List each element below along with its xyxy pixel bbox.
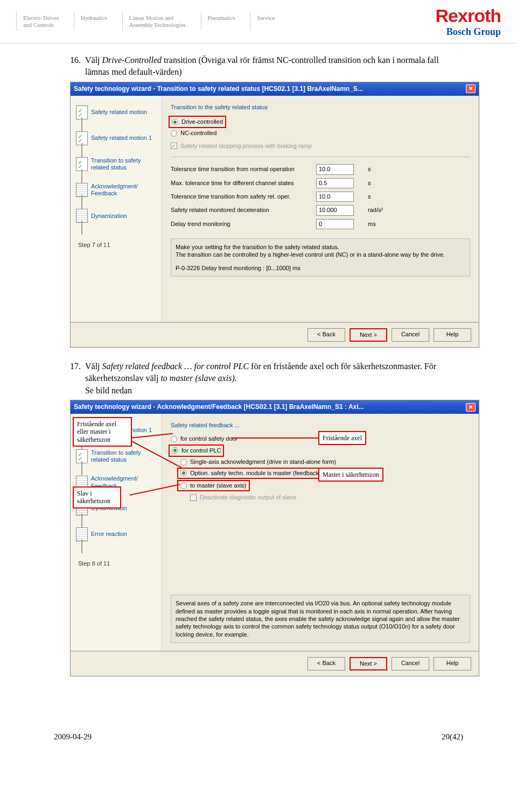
close-icon[interactable]: ✕ [466, 84, 476, 93]
callout-slav: Slav i säkerhetszon [73, 486, 121, 509]
radio-icon [180, 483, 187, 489]
wizard-step[interactable]: Acknowledgment/ Feedback [74, 179, 158, 204]
callout-fristaende-master: Fristående axel eller master i säkerhets… [73, 417, 132, 447]
param-unit: s [354, 179, 371, 187]
wizard-step[interactable]: Dynamization [74, 204, 158, 230]
wizard-step[interactable]: Error reaction [74, 523, 158, 549]
step-done-icon [76, 157, 88, 171]
radio-label: Single-axis acknowledgment (drive in sta… [190, 458, 336, 466]
step-todo-icon [76, 183, 88, 197]
button-bar: < Back Next > Cancel Help [71, 322, 479, 347]
step-counter: Step 7 of 11 [74, 241, 158, 249]
check-icon [171, 143, 177, 149]
footer-page: 20(42) [442, 732, 463, 742]
titlebar: Safety technology wizard - Transition to… [71, 82, 479, 96]
radio-icon [172, 119, 178, 125]
radio-drive-controlled[interactable]: Drive-controlled [169, 116, 226, 128]
wizard-step[interactable]: Transition to safety related status [74, 153, 158, 179]
param-label: Max. tolerance time for different channe… [171, 179, 316, 187]
radio-label: for control safety door [180, 435, 237, 443]
text-italic: to master (slave axis). [160, 373, 236, 383]
wizard-main: Transition to the safety related status … [162, 96, 479, 322]
next-button[interactable]: Next > [350, 657, 387, 670]
param-label: Tolerance time transition from normal op… [171, 165, 316, 173]
divider [171, 157, 470, 157]
help-text: Make your setting for the transition to … [176, 243, 465, 259]
check-label: Safety related stopping process with bra… [180, 142, 312, 150]
param-input[interactable]: 0.5 [316, 178, 354, 188]
param-row: Delay trend monitoring0ms [171, 217, 470, 231]
list-item-17: 17. Välj Safety related feedback … for c… [70, 361, 463, 397]
dialog-feedback: Safety technology wizard - Acknowledgmen… [70, 400, 479, 676]
back-button[interactable]: < Back [308, 657, 345, 670]
param-input[interactable]: 10.000 [316, 205, 354, 215]
step-done-icon [76, 131, 88, 145]
wizard-step[interactable]: Safety related motion 1 [74, 127, 158, 153]
radio-icon [180, 470, 187, 476]
header-cat: Linear Motion and Assembly Technologies [122, 12, 201, 31]
back-button[interactable]: < Back [308, 328, 345, 342]
help-button[interactable]: Help [434, 328, 471, 342]
radio-icon [171, 130, 177, 137]
list-number: 16. [70, 54, 85, 79]
radio-control-plc[interactable]: for control PLC [169, 444, 224, 457]
header-cat: Service [250, 12, 290, 31]
list-text: Välj Safety related feedback … for contr… [85, 361, 463, 397]
check-icon [190, 495, 197, 501]
list-number: 17. [70, 361, 85, 397]
wizard-step[interactable]: Safety related motion [74, 101, 158, 127]
page-header: Electric Drives and Controls Hydraulics … [0, 0, 517, 44]
radio-to-master[interactable]: to master (slave axis) [177, 480, 250, 491]
callout-master-zon: Master i säkerhetszon [318, 468, 383, 482]
titlebar: Safety technology wizard - Acknowledgmen… [71, 400, 479, 414]
radio-icon [172, 447, 178, 454]
list-item-16: 16. Välj Drive-Controlled transition (Öv… [70, 54, 463, 79]
logo: Rexroth Bosch Group [436, 5, 501, 38]
step-label: Safety related motion 1 [91, 135, 152, 142]
help-button[interactable]: Help [434, 657, 471, 670]
param-input[interactable]: 0 [316, 219, 354, 229]
param-label: Delay trend monitoring [171, 220, 316, 228]
step-label: Transition to safety related status [91, 449, 157, 463]
section-title: Safety related feedback ... [171, 421, 470, 429]
cancel-button[interactable]: Cancel [392, 657, 429, 670]
step-counter: Step 8 of 11 [74, 560, 158, 568]
param-unit: rad/s² [354, 206, 383, 214]
help-box: Make your setting for the transition to … [171, 238, 470, 277]
text-italic: Drive-Controlled [102, 55, 162, 65]
step-label: Acknowledgment/ Feedback [91, 183, 157, 197]
param-label: Tolerance time transition from safety re… [171, 193, 316, 201]
text: Se bild nedan [85, 386, 132, 395]
text-italic: Safety related feedback … for control PL… [102, 362, 249, 371]
param-input[interactable]: 10.0 [316, 164, 354, 174]
button-bar: < Back Next > Cancel Help [71, 651, 479, 676]
param-input[interactable]: 10.0 [316, 192, 354, 202]
logo-sub: Bosch Group [436, 26, 501, 38]
param-row: Tolerance time transition from safety re… [171, 190, 470, 203]
radio-nc-controlled[interactable]: NC-controlled [171, 128, 470, 138]
step-label: Dynamization [91, 213, 127, 220]
help-text: P-0-3226 Delay trend monitoring : [0...1… [176, 264, 465, 272]
radio-label: for control PLC [181, 447, 221, 455]
step-todo-icon [76, 527, 88, 541]
red-line [231, 437, 318, 439]
param-unit: s [354, 193, 371, 201]
step-label: Transition to safety related status [91, 157, 157, 171]
step-label: Safety related motion [91, 109, 147, 116]
checkbox-deactivate: Deactivate diagnostic output of slave [180, 492, 470, 503]
header-cat: Pneumatics [201, 12, 250, 31]
section-title: Transition to the safety related status [171, 103, 470, 111]
window-title: Safety technology wizard - Transition to… [74, 84, 363, 94]
step-done-icon [76, 449, 88, 463]
callout-fristaende-axel: Fristående axel [318, 431, 366, 445]
next-button[interactable]: Next > [350, 328, 387, 342]
header-cat: Electric Drives and Controls [16, 12, 74, 31]
footer-date: 2009-04-29 [54, 732, 92, 742]
cancel-button[interactable]: Cancel [392, 328, 429, 342]
radio-single-axis[interactable]: Single-axis acknowledgment (drive in sta… [180, 457, 470, 467]
param-label: Safety related monitored deceleration [171, 206, 316, 214]
text: Välj [85, 55, 102, 65]
step-todo-icon [76, 209, 88, 223]
close-icon[interactable]: ✕ [466, 403, 476, 412]
logo-main: Rexroth [436, 5, 501, 26]
